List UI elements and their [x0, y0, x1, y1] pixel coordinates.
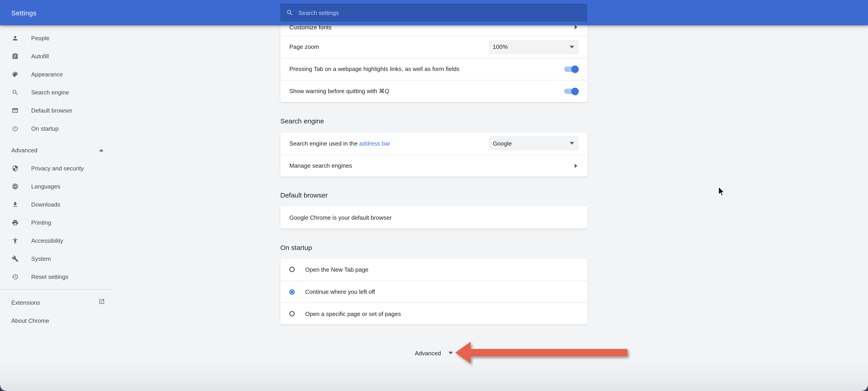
- on-startup-card: Open the New Tab page Continue where you…: [280, 259, 588, 325]
- chrome-settings-page: Settings Search settings People Autofill…: [0, 0, 868, 391]
- radio-button[interactable]: [289, 267, 295, 272]
- sidebar-advanced-toggle[interactable]: Advanced: [0, 141, 113, 159]
- sidebar-item-appearance[interactable]: Appearance: [0, 65, 113, 83]
- startup-option-label: Continue where you left off: [305, 288, 375, 295]
- startup-option-row[interactable]: Continue where you left off: [280, 281, 588, 302]
- page-zoom-select[interactable]: 100%: [489, 39, 579, 54]
- browser-icon: [12, 107, 19, 114]
- sidebar-item-languages[interactable]: Languages: [0, 177, 113, 195]
- quit-warning-row: Show warning before quitting with ⌘Q: [280, 80, 588, 102]
- default-browser-section-title: Default browser: [280, 191, 328, 199]
- appearance-card: Customize fonts Page zoom 100% Pressing …: [280, 16, 588, 102]
- manage-search-engines-label: Manage search engines: [289, 163, 352, 169]
- chevron-right-icon: [575, 25, 577, 30]
- external-link-icon: [98, 298, 105, 306]
- quit-warning-label: Show warning before quitting with ⌘Q: [289, 88, 389, 95]
- tab-highlight-label: Pressing Tab on a webpage highlights lin…: [289, 66, 460, 72]
- palette-icon: [12, 71, 19, 77]
- accessibility-icon: [12, 237, 19, 244]
- sidebar-item-system[interactable]: System: [0, 250, 113, 268]
- quit-warning-toggle[interactable]: [564, 88, 578, 94]
- sidebar-item-autofill[interactable]: Autofill: [0, 47, 113, 65]
- search-engine-card: Search engine used in the address bar Go…: [280, 132, 588, 177]
- page-zoom-row: Page zoom 100%: [280, 35, 588, 58]
- sidebar-item-reset-settings[interactable]: Reset settings: [0, 268, 113, 286]
- default-browser-status-row: Google Chrome is your default browser: [280, 206, 588, 229]
- restore-icon: [12, 273, 19, 280]
- download-icon: [12, 201, 19, 208]
- sidebar-item-privacy[interactable]: Privacy and security: [0, 159, 113, 177]
- window-corner-bottom-right: [862, 385, 868, 391]
- sidebar-item-on-startup[interactable]: On startup: [0, 119, 113, 137]
- search-engine-row: Search engine used in the address bar Go…: [280, 132, 588, 155]
- search-engine-value: Google: [493, 140, 512, 147]
- chevron-up-icon: [99, 149, 103, 151]
- advanced-expand-button[interactable]: Advanced: [280, 346, 588, 360]
- tab-highlight-toggle[interactable]: [564, 66, 578, 72]
- search-placeholder: Search settings: [298, 9, 339, 16]
- mouse-cursor: [718, 186, 725, 197]
- sidebar-item-people[interactable]: People: [0, 29, 113, 47]
- tab-highlight-row: Pressing Tab on a webpage highlights lin…: [280, 58, 588, 80]
- globe-icon: [12, 183, 19, 190]
- sidebar-item-extensions[interactable]: Extensions: [0, 293, 113, 312]
- search-engine-select[interactable]: Google: [489, 136, 579, 151]
- toggle-thumb: [571, 88, 579, 95]
- sidebar-item-default-browser[interactable]: Default browser: [0, 101, 113, 119]
- page-zoom-label: Page zoom: [289, 43, 319, 50]
- sidebar-item-downloads[interactable]: Downloads: [0, 195, 113, 214]
- default-browser-card: Google Chrome is your default browser: [280, 206, 588, 229]
- chevron-down-icon: [569, 45, 574, 48]
- manage-search-engines-row[interactable]: Manage search engines: [280, 155, 588, 177]
- search-icon: [286, 9, 293, 16]
- toggle-thumb: [571, 65, 579, 72]
- header-toolbar: Settings Search settings: [0, 0, 868, 25]
- power-icon: [12, 125, 19, 132]
- radio-button-selected[interactable]: [289, 289, 295, 294]
- address-bar-link[interactable]: address bar: [359, 140, 390, 147]
- autofill-icon: [12, 53, 19, 59]
- search-input[interactable]: Search settings: [280, 4, 587, 22]
- search-icon: [12, 89, 19, 96]
- window-corner-bottom-left: [0, 385, 6, 391]
- sidebar-item-printing[interactable]: Printing: [0, 214, 113, 231]
- search-engine-section-title: Search engine: [280, 117, 324, 125]
- chevron-right-icon: [575, 164, 577, 168]
- startup-option-row[interactable]: Open the New Tab page: [280, 259, 588, 281]
- bottom-shade: [0, 359, 868, 391]
- page-title: Settings: [11, 0, 37, 25]
- sidebar-item-search-engine[interactable]: Search engine: [0, 83, 113, 101]
- radio-button[interactable]: [289, 311, 295, 317]
- default-browser-status: Google Chrome is your default browser: [289, 214, 392, 221]
- sidebar-item-accessibility[interactable]: Accessibility: [0, 231, 113, 250]
- printer-icon: [12, 219, 19, 226]
- person-icon: [12, 35, 19, 41]
- startup-option-label: Open a specific page or set of pages: [305, 310, 401, 317]
- search-engine-row-label: Search engine used in the address bar: [289, 140, 391, 147]
- startup-option-row[interactable]: Open a specific page or set of pages: [280, 303, 588, 325]
- wrench-icon: [12, 255, 19, 262]
- chevron-down-icon: [449, 352, 453, 354]
- startup-option-label: Open the New Tab page: [305, 266, 368, 273]
- sidebar: People Autofill Appearance Search engine…: [0, 25, 113, 329]
- shield-icon: [12, 165, 19, 171]
- on-startup-section-title: On startup: [280, 243, 312, 252]
- page-zoom-value: 100%: [493, 43, 508, 50]
- chevron-down-icon: [569, 142, 574, 145]
- sidebar-item-about-chrome[interactable]: About Chrome: [0, 312, 113, 329]
